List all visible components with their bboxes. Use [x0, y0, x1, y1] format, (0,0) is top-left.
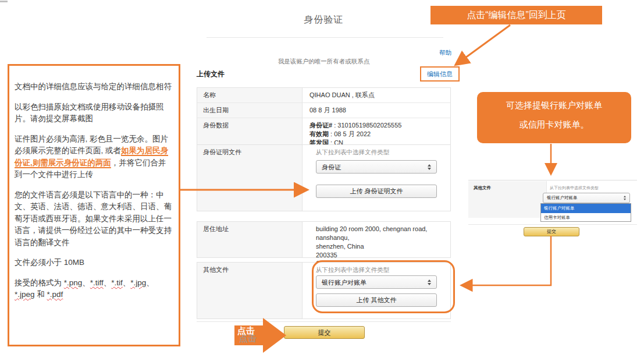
- table-row: 出生日期 08 8 月 1988: [197, 103, 450, 118]
- requirement-paragraph: 接受的格式为 *.png、*.tiff、*.tif、*.jpg、*.jpeg 和…: [15, 277, 173, 301]
- requirement-paragraph: 文档中的详细信息应该与给定的详细信息相符: [15, 81, 173, 93]
- requirement-text: 和: [35, 290, 47, 299]
- mini-dropdown-list: 银行账户对账单 信用卡对账单: [540, 203, 631, 222]
- name-label: 名称: [197, 88, 303, 102]
- address-label-column: 居住地址: [197, 222, 303, 257]
- id-number-value: : 310105198502025555: [332, 122, 401, 129]
- address-line: shenzhen, China: [316, 242, 450, 251]
- format-tiff: *.tiff: [90, 278, 104, 287]
- mini-option-bank-statement[interactable]: 银行账户对账单: [541, 204, 631, 213]
- id-number-key: 身份证#: [309, 122, 332, 129]
- other-doc-hint: 从下拉列表中选择文件类型: [316, 266, 389, 274]
- address-section: 居住地址 building 20 room 2000, chengnan roa…: [197, 221, 451, 258]
- statement-choice-callout: 可选择提银行账户对账单 或信用卡对账单。: [477, 92, 631, 143]
- mini-divider: [468, 224, 637, 225]
- other-doc-section: 其他文件 从下拉列表中选择文件类型 银行账户对账单 上传 其他文件: [197, 262, 451, 319]
- page-title: 身份验证: [197, 14, 451, 26]
- mini-hint: 从下拉列表中选择文件类型: [550, 185, 599, 191]
- document-requirements-panel: 文档中的详细信息应该与给定的详细信息相符 以彩色扫描原始文档或使用移动设备拍摄照…: [8, 64, 180, 346]
- select-spinner-icon: [428, 164, 432, 170]
- address-line: 200335: [316, 251, 450, 260]
- requirement-paragraph: 文件必须小于 10MB: [15, 257, 173, 269]
- owner-statement: 我是该账户的唯一所有者或联系点: [197, 58, 451, 66]
- mini-other-doc-label: 其他文件: [474, 185, 491, 191]
- format-png: *.png: [64, 278, 83, 287]
- other-doc-type-select[interactable]: 银行账户对账单: [316, 275, 437, 289]
- requirement-paragraph: 您的文件语言必须是以下语言中的一种：中文、英语、法语、德语、意大利语、日语、葡萄…: [15, 189, 173, 249]
- table-row: 名称 QIHAO DUAN , 联系点: [197, 88, 450, 103]
- select-spinner-icon: [428, 279, 432, 285]
- id-proof-label: 身份证明文件: [203, 148, 241, 157]
- id-proof-section: 身份证明文件 从下拉列表中选择文件类型 身份证 上传 身份证明文件: [197, 144, 451, 211]
- other-doc-dropdown-screenshot: 其他文件 从下拉列表中选择文件类型 银行账户对账单 银行账户对账单 信用卡对账单…: [468, 180, 637, 238]
- requirement-paragraph: 以彩色扫描原始文档或使用移动设备拍摄照片。请勿提交屏幕截图: [15, 101, 173, 125]
- form-bottom-divider: [197, 321, 451, 322]
- id-proof-hint: 从下拉列表中选择文件类型: [316, 148, 389, 157]
- name-value: QIHAO DUAN , 联系点: [303, 88, 450, 102]
- id-proof-type-select[interactable]: 身份证: [316, 160, 437, 174]
- validity-key: 有效期: [309, 130, 329, 137]
- format-jpg: *.jpg: [130, 278, 146, 287]
- requirement-paragraph: 证件图片必须为高清, 彩色且一览无余。图片必须展示完整的证件页面, 或者如果为居…: [15, 133, 173, 181]
- other-doc-label: 其他文件: [203, 266, 229, 274]
- identity-verification-tutorial-slide: 身份验证 帮助 我是该账户的唯一所有者或联系点 上传文件 编辑信息 名称 QIH…: [0, 0, 644, 354]
- callout-line: 可选择提银行账户对账单: [477, 100, 631, 111]
- help-link[interactable]: 帮助: [425, 49, 451, 57]
- address-line: building 20 room 2000, chengnan road, na…: [316, 225, 450, 242]
- validity-value: : 08 5 月 2022: [329, 130, 371, 137]
- format-tif: *.tif: [111, 278, 123, 287]
- arrow-top-callout-to-edit-info: [457, 25, 510, 64]
- format-pdf: *.pdf: [47, 290, 63, 299]
- other-doc-type-selected: 银行账户对账单: [322, 278, 367, 286]
- mini-option-credit-card-statement[interactable]: 信用卡对账单: [541, 213, 631, 222]
- separator: 、: [146, 278, 154, 287]
- upload-other-doc-button[interactable]: 上传 其他文件: [316, 293, 437, 307]
- separator: 、: [104, 278, 112, 287]
- mini-selected-value: 银行账户对账单: [547, 195, 578, 201]
- edit-info-highlight-box: 编辑信息: [420, 66, 460, 82]
- edit-info-link[interactable]: 编辑信息: [427, 70, 453, 77]
- screen-edge-artifact: [0, 1, 8, 2]
- edit-info-callout: 点击“编辑信息”回到上页: [430, 6, 602, 24]
- upload-files-heading: 上传文件: [197, 69, 225, 79]
- upload-id-proof-button[interactable]: 上传 身份证明文件: [316, 185, 437, 198]
- callout-line: 或信用卡对账单。: [477, 119, 631, 130]
- separator: 、: [82, 278, 90, 287]
- arrow-mini-to-other-doc-section: [462, 236, 551, 285]
- id-proof-type-selected: 身份证: [322, 162, 341, 171]
- title-divider: [207, 37, 443, 38]
- other-doc-label-column: 其他文件: [197, 263, 303, 318]
- dob-value: 08 8 月 1988: [303, 103, 450, 118]
- profile-table: 名称 QIHAO DUAN , 联系点 出生日期 08 8 月 1988 身份数…: [197, 87, 451, 151]
- separator: 、: [123, 278, 131, 287]
- submit-button[interactable]: 提交: [284, 326, 365, 339]
- requirement-text: 接受的格式为: [15, 278, 64, 287]
- mini-doc-type-select[interactable]: 银行账户对账单: [543, 193, 630, 203]
- mini-submit-button[interactable]: 提交: [524, 227, 579, 236]
- click-label: 点击: [237, 325, 255, 337]
- address-label: 居住地址: [203, 225, 229, 233]
- select-spinner-icon: [624, 196, 627, 200]
- dob-label: 出生日期: [197, 103, 303, 118]
- id-proof-label-column: 身份证明文件: [197, 145, 303, 211]
- format-jpeg: *.jpeg: [15, 290, 35, 299]
